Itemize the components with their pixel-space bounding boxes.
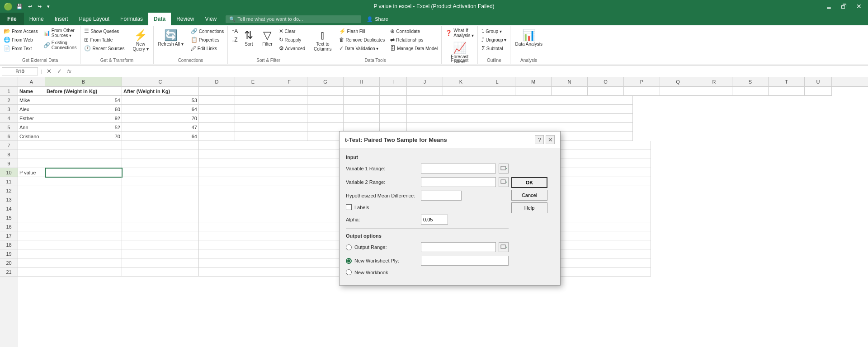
variable2-input[interactable] <box>421 177 496 187</box>
flash-fill-btn[interactable]: ⚡ Flash Fill <box>337 27 387 35</box>
cell-a6[interactable]: Cristiano <box>18 132 45 141</box>
what-if-btn[interactable]: ❓ What-IfAnalysis ▾ <box>443 27 476 39</box>
cell-f2[interactable] <box>271 96 307 105</box>
row-header-16[interactable]: 16 <box>0 222 18 231</box>
cell-c4[interactable]: 70 <box>122 114 199 123</box>
cell-c10[interactable] <box>122 168 199 177</box>
cell-d6[interactable] <box>199 132 235 141</box>
col-header-n[interactable]: N <box>552 77 588 86</box>
cell-m1[interactable] <box>515 87 552 96</box>
cell-a10[interactable]: P value <box>18 168 45 177</box>
cell-b3[interactable]: 60 <box>45 105 122 114</box>
filter-btn[interactable]: ▽ Filter <box>259 27 275 48</box>
row-header-5[interactable]: 5 <box>0 123 18 132</box>
row-header-14[interactable]: 14 <box>0 204 18 213</box>
cell-a5[interactable]: Ann <box>18 123 45 132</box>
dialog-help-btn[interactable]: ? <box>535 135 544 144</box>
cell-b2[interactable]: 54 <box>45 96 122 105</box>
cell-b1[interactable]: Before (Weight in Kg) <box>45 87 122 96</box>
existing-connections-btn[interactable]: 🔗 ExistingConnections <box>42 39 79 51</box>
cell-g2[interactable] <box>307 96 344 105</box>
cell-i4[interactable] <box>380 114 407 123</box>
cell-c8[interactable] <box>122 150 199 159</box>
insert-function-btn[interactable]: fx <box>66 68 73 75</box>
cell-t1[interactable] <box>769 87 805 96</box>
col-header-u[interactable]: U <box>805 77 832 86</box>
recent-sources-btn[interactable]: 🕐 Recent Sources <box>82 44 126 52</box>
output-range-btn[interactable] <box>499 242 509 252</box>
cell-e3[interactable] <box>235 105 271 114</box>
col-header-q[interactable]: Q <box>660 77 696 86</box>
cell-g3[interactable] <box>307 105 344 114</box>
cell-j1[interactable] <box>407 87 443 96</box>
cancel-button[interactable]: Cancel <box>511 190 547 201</box>
col-header-d[interactable]: D <box>199 77 235 86</box>
row-header-2[interactable]: 2 <box>0 96 18 105</box>
undo-qa-btn[interactable]: ↩ <box>26 3 34 10</box>
cell-c7[interactable] <box>122 141 199 150</box>
cell-c9[interactable] <box>122 159 199 168</box>
labels-checkbox[interactable] <box>346 204 352 210</box>
cell-c2[interactable]: 53 <box>122 96 199 105</box>
cell-h3[interactable] <box>344 105 380 114</box>
col-header-h[interactable]: H <box>344 77 380 86</box>
cell-f3[interactable] <box>271 105 307 114</box>
tab-home[interactable]: Home <box>24 13 49 25</box>
cell-i5[interactable] <box>380 123 407 132</box>
show-queries-btn[interactable]: ☰ Show Queries <box>82 27 126 35</box>
redo-qa-btn[interactable]: ↪ <box>36 3 43 10</box>
sort-za-btn[interactable]: ↓Z <box>230 36 240 44</box>
text-to-columns-btn[interactable]: ⫿ Text toColumns <box>311 27 334 53</box>
cell-e2[interactable] <box>235 96 271 105</box>
ungroup-btn[interactable]: ⤴ Ungroup ▾ <box>480 36 508 44</box>
hyp-mean-diff-input[interactable] <box>421 191 462 201</box>
cell-f6[interactable] <box>271 132 307 141</box>
cell-c6[interactable]: 64 <box>122 132 199 141</box>
minimize-btn[interactable]: 🗕 <box>823 2 835 11</box>
cell-rest5[interactable] <box>407 123 633 132</box>
manage-data-model-btn[interactable]: 🗄 Manage Data Model <box>388 44 439 52</box>
tab-view[interactable]: View <box>199 13 222 25</box>
cell-d4[interactable] <box>199 114 235 123</box>
cell-e1[interactable] <box>235 87 271 96</box>
alpha-input[interactable] <box>421 215 448 225</box>
cancel-formula-btn[interactable]: ✕ <box>45 67 53 75</box>
cell-g5[interactable] <box>307 123 344 132</box>
cell-ref-box[interactable] <box>2 67 38 75</box>
cell-d5[interactable] <box>199 123 235 132</box>
cell-rest3[interactable] <box>407 105 633 114</box>
row-header-19[interactable]: 19 <box>0 249 18 258</box>
cell-c3[interactable]: 64 <box>122 105 199 114</box>
from-web-btn[interactable]: 🌐 From Web <box>2 36 40 44</box>
col-header-s[interactable]: S <box>732 77 769 86</box>
relationships-btn[interactable]: ⇌ Relationships <box>388 36 439 44</box>
cell-h1[interactable] <box>344 87 380 96</box>
customize-qa-btn[interactable]: ▾ <box>45 3 52 10</box>
cell-a2[interactable]: Mike <box>18 96 45 105</box>
cell-a8[interactable] <box>18 150 45 159</box>
ribbon-search-bar[interactable]: 🔍 Tell me what you want to do... <box>226 15 361 23</box>
from-access-btn[interactable]: 📂 From Access <box>2 27 40 35</box>
connections-btn[interactable]: 🔗 Connections <box>189 27 226 35</box>
consolidate-btn[interactable]: ⊕ Consolidate <box>388 27 439 35</box>
col-header-o[interactable]: O <box>588 77 624 86</box>
save-qa-btn[interactable]: 💾 <box>14 3 24 10</box>
row-header-12[interactable]: 12 <box>0 186 18 195</box>
cell-b4[interactable]: 92 <box>45 114 122 123</box>
col-header-j[interactable]: J <box>407 77 443 86</box>
reapply-btn[interactable]: ↻ Reapply <box>277 36 307 44</box>
cell-f5[interactable] <box>271 123 307 132</box>
subtotal-btn[interactable]: Σ Subtotal <box>480 44 508 52</box>
col-header-g[interactable]: G <box>307 77 344 86</box>
cell-f1[interactable] <box>271 87 307 96</box>
cell-a7[interactable] <box>18 141 45 150</box>
cell-a3[interactable]: Alex <box>18 105 45 114</box>
cell-i3[interactable] <box>380 105 407 114</box>
close-btn[interactable]: ✕ <box>854 2 864 11</box>
new-workbook-radio[interactable] <box>346 269 352 275</box>
cell-b5[interactable]: 52 <box>45 123 122 132</box>
group-btn[interactable]: ⤵ Group ▾ <box>480 27 508 35</box>
cell-e4[interactable] <box>235 114 271 123</box>
share-btn[interactable]: 👤 Share <box>367 16 388 22</box>
cell-h5[interactable] <box>344 123 380 132</box>
